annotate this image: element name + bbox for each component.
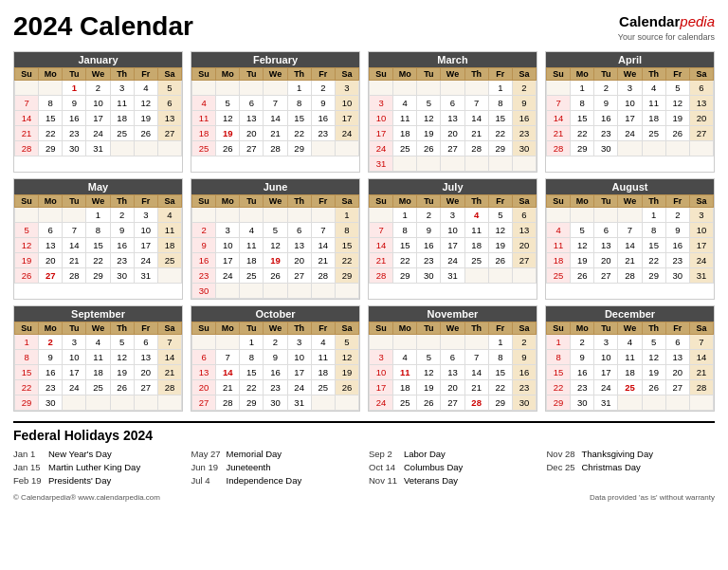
day-cell: 16 <box>264 364 287 379</box>
col-header-we: We <box>441 194 464 207</box>
day-cell: 23 <box>417 252 441 267</box>
day-cell: 13 <box>134 349 157 364</box>
col-header-su: Su <box>15 194 39 207</box>
day-cell: 17 <box>689 237 713 252</box>
holiday-row: Oct 14Columbus Day <box>369 461 537 474</box>
day-cell: 6 <box>39 222 63 237</box>
day-cell: 8 <box>642 222 665 237</box>
day-cell: 18 <box>393 379 417 395</box>
day-cell: 20 <box>287 252 311 267</box>
day-cell: 25 <box>393 140 417 156</box>
day-cell <box>240 207 264 222</box>
col-header-mo: Mo <box>39 322 63 334</box>
day-cell: 27 <box>240 140 264 156</box>
day-cell: 29 <box>86 267 110 283</box>
footer-right: Data provided 'as is' without warranty <box>590 493 715 502</box>
month-table-september: SuMoTuWeThFrSa12345678910111213141516171… <box>14 322 182 411</box>
day-cell: 9 <box>110 222 134 237</box>
day-cell: 22 <box>488 125 512 140</box>
day-cell <box>157 395 181 410</box>
day-cell: 3 <box>335 80 358 95</box>
holiday-date: Jun 19 <box>191 461 222 474</box>
day-cell: 4 <box>464 207 488 222</box>
day-cell: 28 <box>311 267 335 283</box>
day-cell: 1 <box>86 207 110 222</box>
day-cell: 18 <box>240 252 264 267</box>
day-cell: 28 <box>264 140 287 156</box>
col-header-mo: Mo <box>393 67 417 80</box>
day-cell: 22 <box>15 379 39 395</box>
month-table-july: SuMoTuWeThFrSa12345678910111213141516171… <box>369 194 537 284</box>
day-cell: 31 <box>134 267 157 283</box>
month-block-october: OctoberSuMoTuWeThFrSa1234567891011121314… <box>191 305 360 412</box>
col-header-th: Th <box>464 322 488 334</box>
col-header-su: Su <box>547 67 571 80</box>
day-cell: 12 <box>642 349 665 364</box>
day-cell: 29 <box>15 395 39 410</box>
day-cell: 31 <box>86 140 110 156</box>
day-cell: 6 <box>594 222 618 237</box>
day-cell <box>157 140 181 156</box>
day-cell: 24 <box>441 252 464 267</box>
day-cell: 15 <box>86 237 110 252</box>
day-cell: 25 <box>86 379 110 395</box>
day-cell: 17 <box>63 364 86 379</box>
day-cell: 11 <box>157 222 181 237</box>
holidays-title: Federal Holidays 2024 <box>13 428 715 443</box>
col-header-we: We <box>618 67 642 80</box>
day-cell: 6 <box>287 222 311 237</box>
day-cell: 15 <box>488 364 512 379</box>
day-cell: 18 <box>642 110 665 125</box>
col-header-sa: Sa <box>157 322 181 334</box>
col-header-tu: Tu <box>63 194 86 207</box>
day-cell <box>417 80 441 95</box>
day-cell: 19 <box>417 379 441 395</box>
col-header-su: Su <box>370 194 393 207</box>
day-cell <box>464 156 488 171</box>
day-cell: 30 <box>264 395 287 410</box>
col-header-th: Th <box>110 322 134 334</box>
col-header-fr: Fr <box>134 67 157 80</box>
col-header-sa: Sa <box>689 67 713 80</box>
footer: © Calendarpedia® www.calendarpedia.com D… <box>13 493 715 502</box>
day-cell <box>488 267 512 283</box>
day-cell <box>618 395 642 410</box>
day-cell: 20 <box>134 364 157 379</box>
col-header-sa: Sa <box>335 67 358 80</box>
day-cell <box>39 80 63 95</box>
day-cell: 1 <box>488 334 512 349</box>
col-header-tu: Tu <box>417 194 441 207</box>
day-cell: 22 <box>335 252 358 267</box>
day-cell: 29 <box>287 140 311 156</box>
month-table-august: SuMoTuWeThFrSa12345678910111213141516171… <box>546 194 714 284</box>
day-cell: 11 <box>618 349 642 364</box>
month-title-november: November <box>369 306 537 322</box>
day-cell <box>311 140 335 156</box>
day-cell: 8 <box>15 349 39 364</box>
day-cell: 14 <box>63 237 86 252</box>
day-cell: 24 <box>618 125 642 140</box>
col-header-tu: Tu <box>417 67 441 80</box>
day-cell: 31 <box>594 395 618 410</box>
col-header-we: We <box>441 322 464 334</box>
day-cell: 18 <box>157 237 181 252</box>
month-title-july: July <box>369 179 537 194</box>
day-cell: 10 <box>335 95 358 110</box>
day-cell: 26 <box>417 395 441 410</box>
col-header-sa: Sa <box>512 322 536 334</box>
day-cell: 24 <box>216 267 240 283</box>
holiday-date: Jul 4 <box>191 474 222 487</box>
day-cell: 5 <box>417 349 441 364</box>
day-cell <box>216 334 240 349</box>
col-header-th: Th <box>110 67 134 80</box>
day-cell: 25 <box>192 140 216 156</box>
day-cell: 12 <box>264 237 287 252</box>
day-cell: 9 <box>417 222 441 237</box>
day-cell: 16 <box>665 237 689 252</box>
day-cell: 17 <box>370 125 393 140</box>
day-cell: 26 <box>335 379 358 395</box>
day-cell <box>417 156 441 171</box>
holiday-date: Dec 25 <box>547 461 577 474</box>
day-cell: 25 <box>240 267 264 283</box>
month-block-august: AugustSuMoTuWeThFrSa12345678910111213141… <box>545 178 715 300</box>
